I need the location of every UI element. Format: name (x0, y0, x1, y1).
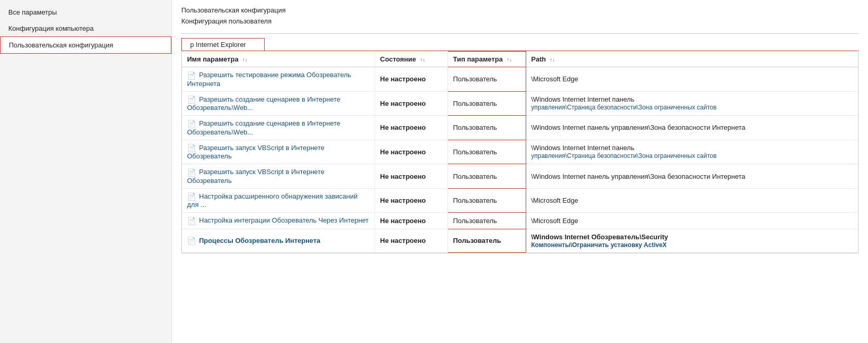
doc-icon: 📄 (187, 237, 196, 245)
cell-name-1: 📄Разрешить создание сценариев в Интернет… (182, 91, 375, 116)
breadcrumbs: Пользовательская конфигурация Конфигурац… (181, 6, 859, 28)
doc-icon: 📄 (187, 95, 196, 104)
cell-status-4: Не настроено (375, 164, 448, 189)
cell-status-6: Не настроено (375, 213, 448, 229)
sort-path-icon: ↑↓ (550, 57, 555, 63)
breadcrumb-config-user: Конфигурация пользователя (181, 17, 859, 25)
cell-status-0: Не настроено (375, 67, 448, 92)
cell-path-2: \Windows Internet панель управления\Зона… (526, 116, 858, 140)
table-row[interactable]: 📄Настройка расширенного обнаружения зави… (182, 188, 858, 213)
sidebar-item-user-config[interactable]: Пользовательская конфигурация (0, 36, 171, 54)
sidebar-item-computer-config[interactable]: Конфигурация компьютера (0, 20, 171, 36)
th-name[interactable]: Имя параметра ↑↓ (182, 52, 375, 67)
sort-status-icon: ↑↓ (420, 57, 425, 63)
breadcrumb-user-config: Пользовательская конфигурация (181, 6, 859, 14)
divider (181, 33, 859, 34)
cell-name-7: 📄Процессы Обозреватель Интернета (182, 229, 375, 252)
cell-name-0: 📄Разрешить тестирование режима Обозреват… (182, 67, 375, 92)
params-table: Имя параметра ↑↓ Состояние ↑↓ Тип параме… (182, 51, 858, 253)
cell-status-2: Не настроено (375, 116, 448, 140)
main-content: Пользовательская конфигурация Конфигурац… (172, 0, 868, 343)
cell-name-4: 📄Разрешить запуск VBScript в Интернете О… (182, 164, 375, 189)
cell-path-6: \Microsoft Edge (526, 213, 858, 229)
cell-status-7: Не настроено (375, 229, 448, 252)
sidebar: Все параметры Конфигурация компьютера По… (0, 0, 172, 343)
cell-status-1: Не настроено (375, 91, 448, 116)
table-row[interactable]: 📄Разрешить запуск VBScript в Интернете О… (182, 140, 858, 164)
cell-path-0: \Microsoft Edge (526, 67, 858, 92)
sort-name-icon: ↑↓ (242, 57, 247, 63)
cell-path-7: \Windows Internet Обозреватель\SecurityК… (526, 229, 858, 252)
table-row[interactable]: 📄Разрешить создание сценариев в Интернет… (182, 91, 858, 116)
cell-path-5: \Microsoft Edge (526, 188, 858, 213)
table-row[interactable]: 📄Разрешить создание сценариев в Интернет… (182, 116, 858, 140)
cell-path-4: \Windows Internet панель управления\Зона… (526, 164, 858, 189)
cell-path-3: \Windows Internet Internet панельуправле… (526, 140, 858, 164)
table-row[interactable]: 📄Процессы Обозреватель ИнтернетаНе настр… (182, 229, 858, 252)
doc-icon: 📄 (187, 168, 196, 177)
cell-type-1: Пользователь (448, 91, 526, 116)
params-table-wrapper: Имя параметра ↑↓ Состояние ↑↓ Тип параме… (181, 51, 859, 253)
th-type[interactable]: Тип параметра ↑↓ (448, 52, 526, 67)
cell-type-7: Пользователь (448, 229, 526, 252)
tab-internet-explorer[interactable]: p Internet Explorer (181, 38, 265, 51)
cell-type-2: Пользователь (448, 116, 526, 140)
doc-icon: 📄 (187, 120, 196, 128)
cell-type-4: Пользователь (448, 164, 526, 189)
cell-type-0: Пользователь (448, 67, 526, 92)
table-row[interactable]: 📄Разрешить запуск VBScript в Интернете О… (182, 164, 858, 189)
sidebar-item-all-params[interactable]: Все параметры (0, 4, 171, 20)
tab-bar: p Internet Explorer (181, 38, 859, 51)
doc-icon: 📄 (187, 217, 196, 225)
th-path[interactable]: Path ↑↓ (526, 52, 858, 67)
cell-type-5: Пользователь (448, 188, 526, 213)
doc-icon: 📄 (187, 192, 196, 201)
cell-name-2: 📄Разрешить создание сценариев в Интернет… (182, 116, 375, 140)
th-status[interactable]: Состояние ↑↓ (375, 52, 448, 67)
table-row[interactable]: 📄Разрешить тестирование режима Обозреват… (182, 67, 858, 92)
cell-type-6: Пользователь (448, 213, 526, 229)
cell-name-3: 📄Разрешить запуск VBScript в Интернете О… (182, 140, 375, 164)
doc-icon: 📄 (187, 71, 196, 80)
cell-type-3: Пользователь (448, 140, 526, 164)
cell-path-1: \Windows Internet Internet панельуправле… (526, 91, 858, 116)
table-header-row: Имя параметра ↑↓ Состояние ↑↓ Тип параме… (182, 52, 858, 67)
sort-type-icon: ↑↓ (507, 57, 512, 63)
cell-name-6: 📄Настройка интеграции Обозреватель Через… (182, 213, 375, 229)
table-row[interactable]: 📄Настройка интеграции Обозреватель Через… (182, 213, 858, 229)
doc-icon: 📄 (187, 144, 196, 152)
cell-status-3: Не настроено (375, 140, 448, 164)
cell-status-5: Не настроено (375, 188, 448, 213)
cell-name-5: 📄Настройка расширенного обнаружения зави… (182, 188, 375, 213)
